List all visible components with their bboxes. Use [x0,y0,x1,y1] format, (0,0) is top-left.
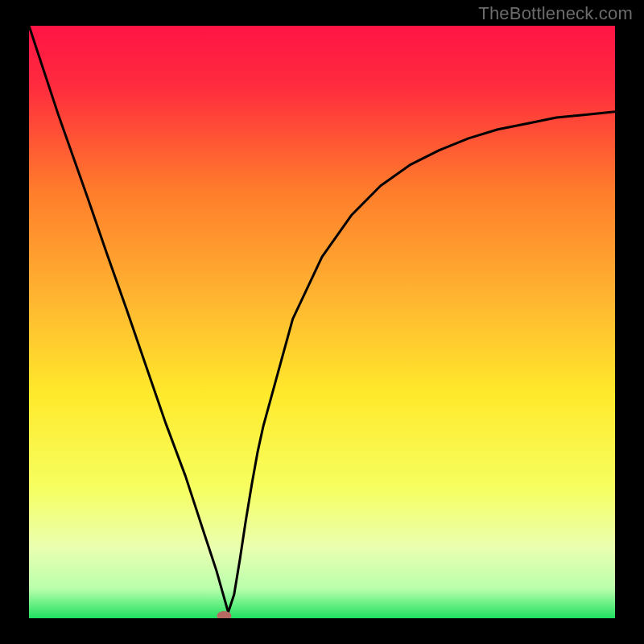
chart-plot-area [29,26,615,618]
watermark-text: TheBottleneck.com [478,3,633,24]
chart-background-gradient [29,26,615,618]
chart-svg [29,26,615,618]
